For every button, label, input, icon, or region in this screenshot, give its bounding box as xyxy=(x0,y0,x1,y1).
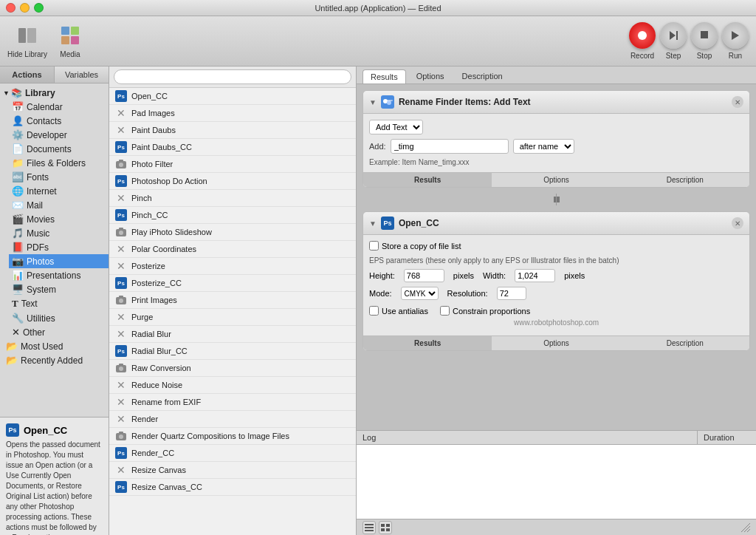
list-item[interactable]: ✕ Pinch xyxy=(109,190,356,207)
add-value-input[interactable] xyxy=(391,139,509,154)
action-label: Radial Blur_CC xyxy=(131,347,188,355)
sidebar-item-calendar[interactable]: 📅 Calendar xyxy=(9,100,109,114)
list-item[interactable]: Ps Pinch_CC xyxy=(109,207,356,224)
card1-tab-description[interactable]: Description xyxy=(621,173,749,187)
search-input[interactable] xyxy=(114,69,351,84)
sidebar-item-utilities[interactable]: 🔧 Utilities xyxy=(9,311,109,325)
card1-tab-options[interactable]: Options xyxy=(492,173,620,187)
list-item[interactable]: ✕ Paint Daubs xyxy=(109,122,356,139)
sidebar-item-system[interactable]: 🖥️ System xyxy=(9,282,109,296)
bottom-bar-left xyxy=(362,521,392,534)
card2-tab-options[interactable]: Options xyxy=(492,336,620,350)
actions-list: Ps Open_CC ✕ Pad Images ✕ Paint Daubs Ps… xyxy=(109,88,356,535)
resize-handle[interactable] xyxy=(741,523,750,532)
list-item[interactable]: Ps Posterize_CC xyxy=(109,275,356,292)
record-button[interactable] xyxy=(629,22,656,49)
sidebar-item-files-folders[interactable]: 📁 Files & Folders xyxy=(9,156,109,170)
antialias-checkbox[interactable] xyxy=(369,306,379,316)
list-item[interactable]: ✕ Reduce Noise xyxy=(109,377,356,394)
sidebar-item-fonts[interactable]: 🔤 Fonts xyxy=(9,170,109,184)
maximize-button[interactable] xyxy=(34,3,44,13)
list-item[interactable]: ✕ Radial Blur xyxy=(109,326,356,343)
action-label: Paint Daubs_CC xyxy=(131,143,192,151)
constrain-checkbox[interactable] xyxy=(440,306,450,316)
resolution-input[interactable] xyxy=(497,287,526,300)
list-item[interactable]: ✕ Rename from EXIF xyxy=(109,394,356,411)
svg-rect-15 xyxy=(119,228,123,230)
list-item[interactable]: Ps Radial Blur_CC xyxy=(109,343,356,360)
sidebar-item-mail[interactable]: ✉️ Mail xyxy=(9,198,109,212)
list-item[interactable]: Play iPhoto Slideshow xyxy=(109,224,356,241)
tab-results[interactable]: Results xyxy=(362,69,406,84)
sidebar-item-documents[interactable]: 📄 Documents xyxy=(9,142,109,156)
ps-icon: Ps xyxy=(115,90,127,102)
main-content: Actions Variables ▼ 📚 Library 📅 Calendar… xyxy=(0,67,756,535)
action-label: Posterize_CC xyxy=(131,279,182,287)
svg-rect-7 xyxy=(676,31,678,40)
width-input[interactable] xyxy=(515,269,555,282)
position-select[interactable]: after name xyxy=(513,139,574,154)
sidebar-item-photos[interactable]: 📷 Photos xyxy=(9,254,109,268)
list-item[interactable]: ✕ Pad Images xyxy=(109,105,356,122)
list-item[interactable]: ✕ Purge xyxy=(109,309,356,326)
list-item[interactable]: Raw Conversion xyxy=(109,360,356,377)
card1-toggle[interactable]: ▼ xyxy=(369,98,377,106)
sidebar-item-pdfs[interactable]: 📕 PDFs xyxy=(9,240,109,254)
svg-rect-8 xyxy=(701,31,708,38)
card2-close-button[interactable]: ✕ xyxy=(732,217,743,229)
files-folders-label: Files & Folders xyxy=(27,158,86,168)
sidebar-item-presentations[interactable]: 📊 Presentations xyxy=(9,268,109,282)
list-item[interactable]: Ps Photoshop Do Action xyxy=(109,173,356,190)
card1-tab-results[interactable]: Results xyxy=(363,173,492,187)
sidebar-item-text[interactable]: T Text xyxy=(9,296,109,311)
list-item[interactable]: ✕ Render xyxy=(109,411,356,428)
svg-rect-34 xyxy=(381,528,385,531)
sidebar-item-contacts[interactable]: 👤 Contacts xyxy=(9,114,109,128)
list-item[interactable]: Render Quartz Compositions to Image File… xyxy=(109,428,356,445)
hide-library-button[interactable]: Hide Library xyxy=(7,24,47,58)
height-input2[interactable] xyxy=(404,269,444,282)
card2-tab-description[interactable]: Description xyxy=(621,336,749,350)
list-item[interactable]: Ps Resize Canvas_CC xyxy=(109,479,356,496)
sidebar-item-recently-added[interactable]: 📂 Recently Added xyxy=(0,353,109,367)
tab-description[interactable]: Description xyxy=(455,69,510,84)
list-item[interactable]: Ps Open_CC xyxy=(109,88,356,105)
add-text-select[interactable]: Add Text xyxy=(369,120,423,134)
run-button[interactable] xyxy=(722,22,749,49)
store-copy-row: Store a copy of file list xyxy=(369,241,743,251)
sidebar-item-internet[interactable]: 🌐 Internet xyxy=(9,184,109,198)
sidebar-item-music[interactable]: 🎵 Music xyxy=(9,226,109,240)
tab-actions[interactable]: Actions xyxy=(0,67,55,83)
store-copy-checkbox[interactable] xyxy=(369,241,379,251)
antialias-label: Use antialias xyxy=(369,306,428,316)
tab-options[interactable]: Options xyxy=(409,69,452,84)
list-item[interactable]: ✕ Resize Canvas xyxy=(109,462,356,479)
sidebar-item-developer[interactable]: ⚙️ Developer xyxy=(9,128,109,142)
card1-close-button[interactable]: ✕ xyxy=(732,96,743,108)
list-item[interactable]: Print Images xyxy=(109,292,356,309)
close-button[interactable] xyxy=(6,3,16,13)
list-item[interactable]: Photo Filter xyxy=(109,156,356,173)
list-item[interactable]: Ps Paint Daubs_CC xyxy=(109,139,356,156)
library-group[interactable]: ▼ 📚 Library xyxy=(0,86,109,100)
list-view-button[interactable] xyxy=(362,521,376,534)
card2-toggle[interactable]: ▼ xyxy=(369,219,377,228)
list-item[interactable]: Ps Render_CC xyxy=(109,445,356,462)
sidebar-item-other[interactable]: ✕ Other xyxy=(9,325,109,339)
sidebar-item-movies[interactable]: 🎬 Movies xyxy=(9,212,109,226)
action-label: Resize Canvas xyxy=(131,466,186,474)
mode-select[interactable]: CMYK xyxy=(401,287,439,300)
stop-button[interactable] xyxy=(691,22,718,49)
tab-variables[interactable]: Variables xyxy=(55,67,109,83)
grid-view-button[interactable] xyxy=(379,521,392,534)
list-item[interactable]: ✕ Posterize xyxy=(109,258,356,275)
sidebar-item-most-used[interactable]: 📂 Most Used xyxy=(0,339,109,353)
step-button[interactable] xyxy=(660,22,687,49)
card2-tab-results[interactable]: Results xyxy=(363,336,492,350)
minimize-button[interactable] xyxy=(20,3,30,13)
list-item[interactable]: ✕ Polar Coordinates xyxy=(109,241,356,258)
svg-point-11 xyxy=(119,163,123,167)
search-bar xyxy=(109,67,356,88)
action-label: Radial Blur xyxy=(131,330,171,338)
media-button[interactable]: Media xyxy=(58,24,82,58)
